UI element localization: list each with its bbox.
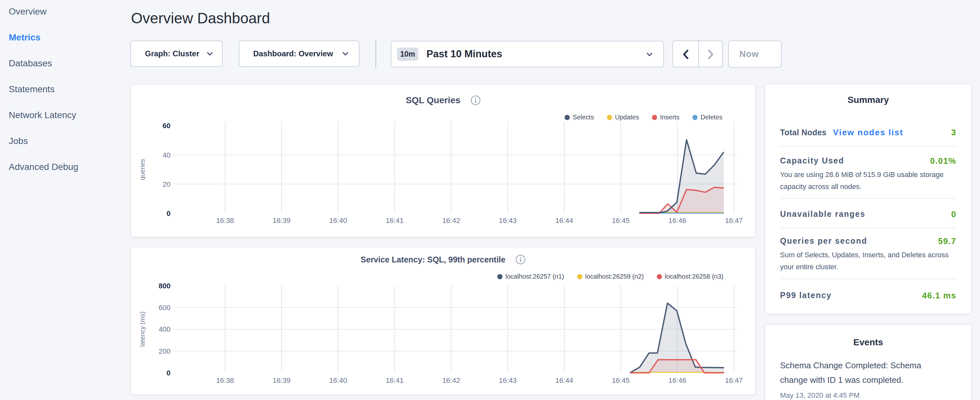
svg-text:16:44: 16:44 <box>555 217 573 225</box>
svg-text:16:39: 16:39 <box>273 376 291 384</box>
svg-text:16:47: 16:47 <box>725 376 743 384</box>
svg-text:16:39: 16:39 <box>273 217 291 225</box>
svg-text:16:41: 16:41 <box>386 376 404 384</box>
svg-text:16:40: 16:40 <box>329 217 347 225</box>
svg-text:16:47: 16:47 <box>725 217 743 225</box>
svg-text:16:46: 16:46 <box>668 217 686 225</box>
svg-text:queries: queries <box>139 159 146 180</box>
svg-text:16:44: 16:44 <box>555 376 573 384</box>
svg-text:16:46: 16:46 <box>668 376 686 384</box>
svg-text:16:42: 16:42 <box>442 376 460 384</box>
svg-text:16:40: 16:40 <box>329 376 347 384</box>
svg-text:800: 800 <box>159 282 170 290</box>
svg-text:400: 400 <box>159 325 170 333</box>
svg-text:16:43: 16:43 <box>499 217 517 225</box>
svg-text:16:42: 16:42 <box>442 217 460 225</box>
svg-text:60: 60 <box>163 122 170 130</box>
svg-text:16:38: 16:38 <box>216 376 234 384</box>
svg-text:0: 0 <box>167 209 170 217</box>
svg-text:20: 20 <box>163 180 170 188</box>
svg-text:16:38: 16:38 <box>216 217 234 225</box>
svg-text:16:45: 16:45 <box>612 376 630 384</box>
svg-text:16:45: 16:45 <box>612 217 630 225</box>
svg-text:16:43: 16:43 <box>499 376 517 384</box>
svg-text:600: 600 <box>159 304 170 312</box>
svg-text:40: 40 <box>163 151 170 159</box>
svg-text:latency (ms): latency (ms) <box>139 312 146 347</box>
svg-text:16:41: 16:41 <box>386 217 404 225</box>
svg-text:200: 200 <box>159 347 170 355</box>
svg-text:0: 0 <box>167 369 170 377</box>
